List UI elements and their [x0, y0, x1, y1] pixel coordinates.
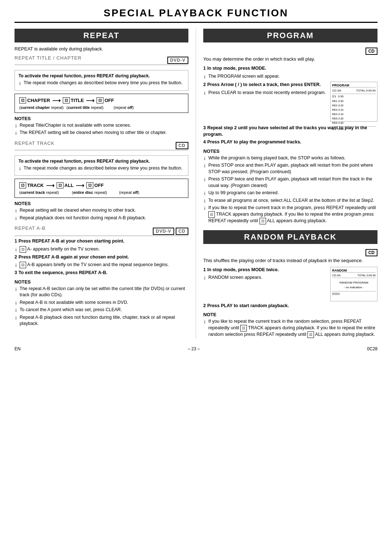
page-title: SPECIAL PLAYBACK FUNCTION — [15, 7, 377, 23]
track-sub2: (entire disc repeat) — [72, 190, 119, 195]
prog-note-3: Press STOP twice and then PLAY again, pl… — [203, 176, 377, 189]
notes-title-tc: NOTES — [15, 116, 188, 121]
step-ab-1: 1Press REPEAT A-B at your chosen startin… — [15, 238, 188, 245]
program-step-4: 4Press PLAY to play the programmed track… — [203, 139, 377, 146]
off-icon2: ⊡ — [86, 182, 93, 188]
random-screen-title: RANDOM — [332, 269, 376, 273]
chapter-icon: ⊡ — [19, 97, 26, 103]
repeat-track-bold: To activate the repeat function, press R… — [19, 159, 184, 164]
program-intro: You may determine the order in which tra… — [203, 56, 377, 62]
note-ab-4: Repeat A-B playback does not function du… — [15, 314, 188, 327]
program-screen: PROGRAM CD-SA TOTAL 0:00:30 ⊡1 3:30 RE1 … — [330, 82, 377, 122]
footer: EN – 23 – 0C28 — [15, 346, 377, 351]
arrow4: ⟶ — [76, 182, 84, 189]
repeat-ab-steps: 1Press REPEAT A-B at your chosen startin… — [15, 238, 188, 276]
note-ab-1: The repeat A-B section can only be set w… — [15, 286, 188, 298]
step-ab-1b: ⊡ A- appears briefly on the TV screen. — [15, 246, 188, 253]
repeat-track-flow: ⊡ TRACK ⟶ ⊡ ALL ⟶ ⊡ OFF (current track r… — [15, 179, 188, 198]
repeat-header: REPEAT — [15, 29, 188, 42]
note-list-random: If you like to repeat the current track … — [203, 318, 377, 338]
repeat-tc-flow: ⊡ CHAPTER ⟶ ⊡ TITLE ⟶ ⊡ OFF (current cha… — [15, 94, 188, 113]
tc-sub1: (current chapter repeat) — [19, 105, 66, 110]
icon-a: ⊡ — [20, 246, 26, 253]
off-label1: OFF — [105, 98, 114, 103]
cd-badge-ab: CD — [176, 228, 188, 235]
note-track-2: Repeat playback does not function during… — [15, 215, 188, 221]
repeat-title-chapter-label: REPEAT TITLE / CHAPTER DVD-V — [15, 55, 188, 65]
tc-sub2: (current title repeat) — [66, 105, 114, 110]
program-step-1: 1In stop mode, press MODE. — [203, 65, 377, 72]
note-title-random: NOTE — [203, 312, 377, 317]
cd-badge-track: CD — [176, 142, 188, 149]
track-sub3: (repeat off) — [119, 190, 139, 195]
random-section: RANDOM PLAYBACK CD This shuffles the pla… — [203, 230, 377, 338]
title-label: TITLE — [71, 98, 84, 103]
repeat-track-label: REPEAT TRACK CD — [15, 140, 188, 150]
chapter-label: CHAPTER — [27, 98, 50, 103]
note-tc-2: The REPEAT setting will be cleared when … — [15, 130, 188, 136]
icon-ab: ⊡ — [20, 262, 26, 268]
program-screen-bottom: ⊡1 3:30 — [332, 126, 376, 131]
repeat-section: REPEAT REPEAT is available only during p… — [15, 29, 196, 339]
track-icon-prog: ⊡ — [208, 211, 215, 218]
step-ab-3: 3To exit the sequence, press REPEAT A-B. — [15, 270, 188, 276]
random-screen: RANDOM CD-SA TOTAL 0:00:30 RANDOM PROGRA… — [330, 267, 377, 301]
repeat-tc-bold: To activate the repeat function, press R… — [19, 73, 184, 78]
tc-sub3: (repeat off) — [114, 105, 134, 110]
random-note-1: If you like to repeat the current track … — [203, 318, 377, 338]
track-icon: ⊡ — [19, 182, 26, 188]
repeat-track-box: To activate the repeat function, press R… — [15, 155, 188, 176]
notes-title-track: NOTES — [15, 201, 188, 206]
program-section: PROGRAM CD You may determine the order i… — [203, 29, 377, 224]
step-ab-2b: ⊡ A-B appears briefly on the TV screen a… — [15, 262, 188, 268]
off-icon1: ⊡ — [97, 97, 103, 103]
footer-page-num: – 23 – — [188, 346, 200, 351]
cd-badge-random: CD — [366, 249, 377, 256]
repeat-intro: REPEAT is available only during playback… — [15, 46, 188, 52]
repeat-ab-label: REPEAT A-B DVD-V CD — [15, 225, 188, 236]
note-ab-3: To cancel the A point which was set, pre… — [15, 307, 188, 313]
cd-badge-program: CD — [366, 48, 377, 55]
repeat-tc-info: The repeat mode changes as described bel… — [19, 80, 184, 86]
arrow2: ⟶ — [86, 97, 94, 104]
all-icon-prog: ⊡ — [260, 218, 266, 224]
step-ab-2: 2Press REPEAT A-B again at your chosen e… — [15, 254, 188, 261]
arrow3: ⟶ — [46, 182, 54, 189]
prog-note-6: If you like to repeat the current track … — [203, 205, 377, 224]
notes-title-ab: NOTES — [15, 279, 188, 285]
random-screen-bottom: ⊡⊡⊡ — [332, 291, 376, 296]
random-intro: This shuffles the playing order of track… — [203, 258, 377, 263]
note-ab-2: Repeat A-B is not available with some sc… — [15, 300, 188, 306]
note-tc-1: Repeat Title/Chapter is not available wi… — [15, 122, 188, 129]
prog-note-1: While the program is being played back, … — [203, 155, 377, 162]
arrow1: ⟶ — [52, 97, 61, 104]
note-track-1: Repeat setting will be cleared when movi… — [15, 207, 188, 214]
notes-list-tc: Repeat Title/Chapter is not available wi… — [15, 122, 188, 136]
all-label: ALL — [65, 183, 74, 188]
program-header: PROGRAM — [203, 29, 377, 42]
random-step-2: 2Press PLAY to start random playback. — [203, 303, 377, 309]
notes-list-track: Repeat setting will be cleared when movi… — [15, 207, 188, 221]
prog-note-5: To erase all programs at once, select AL… — [203, 197, 377, 204]
dvdv-badge-ab: DVD-V — [153, 228, 174, 235]
repeat-title-chapter-box: To activate the repeat function, press R… — [15, 70, 188, 91]
random-step-1-note: RANDOM screen appears. — [203, 274, 377, 281]
random-header: RANDOM PLAYBACK — [203, 230, 377, 244]
prog-note-4: Up to 99 programs can be entered. — [203, 190, 377, 196]
track-sub1: (current track repeat) — [19, 190, 72, 195]
program-step-2-note: Press CLEAR to erase the most recently e… — [203, 90, 377, 96]
notes-title-program: NOTES — [203, 148, 377, 154]
title-icon: ⊡ — [63, 97, 70, 103]
footer-en: EN — [15, 346, 21, 351]
track-icon-random: ⊡ — [240, 325, 247, 331]
off-label2: OFF — [94, 183, 104, 188]
all-icon: ⊡ — [57, 182, 64, 188]
dvdv-badge: DVD-V — [167, 57, 188, 64]
notes-list-program: While the program is being played back, … — [203, 155, 377, 224]
prog-note-2: Press STOP once and then PLAY again, pla… — [203, 162, 377, 175]
repeat-track-info: The repeat mode changes as described bel… — [19, 165, 184, 172]
track-label: TRACK — [27, 183, 44, 188]
program-step-1-note: The PROGRAM screen will appear. — [203, 73, 377, 80]
right-column: PROGRAM CD You may determine the order i… — [196, 29, 377, 339]
notes-list-ab: The repeat A-B section can only be set w… — [15, 286, 188, 327]
